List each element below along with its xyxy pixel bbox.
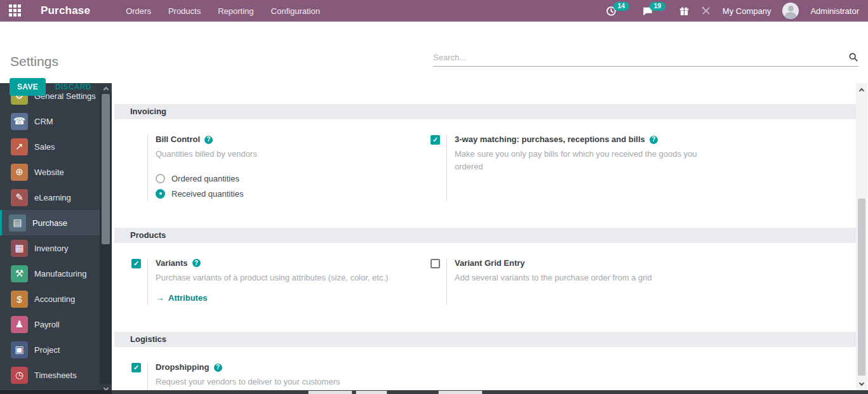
attributes-link[interactable]: Attributes [156,292,419,303]
taskbar-window-button[interactable] [308,391,352,394]
help-icon[interactable] [204,136,213,144]
variant-grid-entry-checkbox[interactable] [431,259,440,268]
messages-button[interactable]: 19 [642,6,667,16]
company-switcher[interactable]: My Company [723,6,771,16]
sidebar-item-inventory[interactable]: ▦ Inventory [0,235,100,261]
chart-up-icon: ↗ [11,138,28,155]
sidebar-item-label: Sales [34,142,55,152]
setting-dropshipping: Dropshipping Request your vendors to del… [131,362,419,391]
scroll-up-arrow[interactable] [856,84,867,95]
page-title: Settings [10,54,58,69]
main-scrollbar[interactable] [856,83,867,394]
setting-label: Variant Grid Entry [455,258,525,268]
sidebar-item-label: Timesheets [34,371,77,380]
activity-count-badge: 14 [613,2,629,11]
search-input[interactable] [433,53,848,62]
presentation-icon: ✎ [11,189,28,206]
radio-label: Ordered quantities [171,174,239,183]
radio-button[interactable] [156,174,165,183]
top-navbar: Purchase Orders Products Reporting Confi… [0,0,868,22]
sidebar-item-sales[interactable]: ↗ Sales [0,134,100,159]
section-header-products: Products [114,228,856,243]
setting-3way-matching: 3-way matching: purchases, receptions an… [431,135,718,201]
top-menu: Orders Products Reporting Configuration [126,6,320,16]
taskbar-window-button[interactable] [356,391,387,394]
sidebar-item-label: Inventory [34,244,68,253]
user-avatar[interactable] [782,3,799,19]
activities-button[interactable]: 14 [606,6,631,16]
radio-received-quantities[interactable]: Received quantities [156,189,419,199]
radio-label: Received quantities [171,189,243,199]
settings-content: Invoicing Bill Control Quantities billed… [112,83,856,394]
setting-label: 3-way matching: purchases, receptions an… [455,135,645,145]
box-icon: ▦ [11,240,28,257]
setting-variant-grid-entry: Variant Grid Entry Add several variants … [431,258,718,306]
handshake-icon: ☎ [11,113,28,130]
sidebar-scrollbar-thumb[interactable] [102,94,110,244]
setting-label: Dropshipping [156,362,210,372]
setting-description: Add several variants to the purchase ord… [455,272,718,284]
sidebar-item-crm[interactable]: ☎ CRM [0,108,100,134]
search-bar [433,52,858,67]
scroll-down-arrow[interactable] [856,379,867,389]
menu-configuration[interactable]: Configuration [271,6,320,16]
message-count-badge: 19 [650,2,665,11]
discard-button[interactable]: DISCARD [55,82,91,91]
setting-description: Purchase variants of a product using att… [156,272,419,284]
sidebar-item-manufacturing[interactable]: ⚒ Manufacturing [0,261,100,286]
sidebar-item-purchase[interactable]: ▤ Purchase [0,210,100,235]
setting-label: Bill Control [156,135,200,145]
scroll-up-arrow[interactable] [100,83,112,93]
sidebar-item-label: Payroll [34,320,60,329]
sidebar-item-accounting[interactable]: $ Accounting [0,286,100,312]
variants-checkbox[interactable] [131,259,141,268]
radio-ordered-quantities[interactable]: Ordered quantities [156,174,419,183]
setting-description: Quantities billed by vendors [156,148,419,161]
support-tools-icon[interactable] [701,6,711,16]
taskbar-dark-segment [0,390,112,394]
link-label: Attributes [168,293,207,303]
dropshipping-checkbox[interactable] [131,363,141,372]
sidebar-item-label: Manufacturing [34,269,86,279]
user-menu[interactable]: Administrator [810,6,859,16]
sidebar-item-label: CRM [34,117,53,126]
save-button[interactable]: SAVE [10,78,46,96]
sidebar-item-label: Website [34,167,64,177]
3way-matching-checkbox[interactable] [431,135,440,145]
sidebar-item-label: eLearning [34,193,71,202]
sidebar-item-label: Purchase [32,218,67,228]
gift-icon [679,6,690,16]
help-icon[interactable] [650,136,658,144]
taskbar-window-button[interactable] [438,391,483,394]
sidebar-item-website[interactable]: ⊕ Website [0,159,100,185]
apps-menu-icon[interactable] [9,4,22,17]
sidebar-item-elearning[interactable]: ✎ eLearning [0,185,100,210]
setting-label: Variants [156,258,188,268]
employee-icon: ♟ [11,316,28,333]
setting-bill-control: Bill Control Quantities billed by vendor… [131,135,419,201]
topbar-systray: 14 19 My Company Administrator [606,3,868,19]
sidebar-item-label: Accounting [34,294,75,304]
settings-sidebar: ⚙ General Settings ☎ CRM ↗ Sales ⊕ Websi… [0,83,100,394]
main-scrollbar-thumb[interactable] [858,199,865,376]
app-title[interactable]: Purchase [41,4,90,17]
menu-orders[interactable]: Orders [126,6,151,16]
menu-products[interactable]: Products [168,6,201,16]
search-icon[interactable] [848,52,858,62]
radio-button[interactable] [156,189,165,199]
stopwatch-icon: ◷ [11,367,28,384]
bill-control-radio-group: Ordered quantities Received quantities [156,174,419,199]
control-panel: Settings SAVE DISCARD [0,22,868,83]
section-header-logistics: Logistics [114,332,856,347]
menu-reporting[interactable]: Reporting [218,6,253,16]
help-icon[interactable] [192,259,201,267]
gift-button[interactable] [679,6,690,16]
sidebar-scrollbar[interactable] [100,83,112,394]
setting-description: Request your vendors to deliver to your … [156,376,419,388]
sidebar-item-timesheets[interactable]: ◷ Timesheets [0,362,100,388]
setting-description: Make sure you only pay bills for which y… [455,148,718,173]
invoice-dollar-icon: $ [11,291,28,308]
sidebar-item-payroll[interactable]: ♟ Payroll [0,312,100,337]
sidebar-item-project[interactable]: ▣ Project [0,337,100,362]
help-icon[interactable] [214,364,222,372]
